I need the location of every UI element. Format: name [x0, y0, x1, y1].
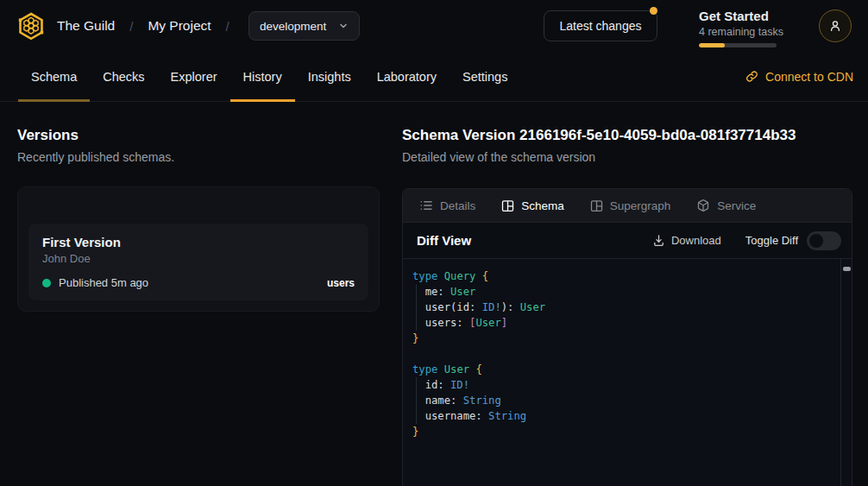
detail-tab-list: Details Schema Sup: [403, 189, 852, 222]
breadcrumb-separator: /: [129, 19, 133, 34]
versions-panel: Versions Recently published schemas. Fir…: [17, 102, 380, 312]
get-started-progress-fill: [699, 43, 725, 47]
code-vertical-scrollbar[interactable]: [840, 259, 852, 486]
person-icon: [828, 19, 842, 33]
version-status: Published 5m ago: [59, 276, 148, 289]
code-line: users: [User]: [412, 315, 831, 331]
connect-to-cdn-label: Connect to CDN: [765, 70, 853, 84]
breadcrumb-org[interactable]: The Guild: [57, 18, 115, 34]
versions-title: Versions: [17, 127, 380, 144]
detail-tab-schema[interactable]: Schema: [488, 189, 577, 222]
schema-version-detail-panel: Schema Version 2166196f-5e10-4059-bd0a-0…: [402, 102, 852, 486]
code-line: username: String: [412, 408, 831, 424]
detail-tab-details[interactable]: Details: [406, 189, 488, 222]
download-button[interactable]: Download: [652, 234, 721, 247]
hive-honeycomb-logo[interactable]: [16, 11, 46, 41]
versions-list-card: First Version John Doe Published 5m ago …: [17, 186, 380, 312]
code-line: }: [412, 424, 831, 439]
nav-tab-history[interactable]: History: [230, 52, 295, 101]
nav-tab-list: Schema Checks Explorer History Insights …: [0, 52, 868, 101]
nav-tab-schema[interactable]: Schema: [18, 52, 90, 101]
toggle-diff-label: Toggle Diff: [745, 234, 798, 247]
code-line: name: String: [412, 393, 831, 408]
cube-icon: [696, 199, 710, 212]
version-list-item[interactable]: First Version John Doe Published 5m ago …: [28, 224, 368, 300]
service-badge: users: [327, 277, 355, 289]
toggle-diff-switch[interactable]: [807, 231, 841, 250]
page-content: Versions Recently published schemas. Fir…: [0, 102, 868, 486]
code-line: me: User: [412, 284, 831, 300]
user-avatar-button[interactable]: [819, 9, 852, 42]
nav-tab-checks[interactable]: Checks: [90, 52, 157, 101]
download-icon: [652, 234, 665, 247]
get-started-subtitle: 4 remaining tasks: [699, 26, 778, 38]
schema-detail-card: Details Schema Sup: [402, 188, 852, 486]
link-icon: [745, 70, 758, 83]
list-icon: [419, 199, 433, 212]
versions-subtitle: Recently published schemas.: [17, 150, 380, 164]
schema-version-subtitle: Detailed view of the schema version: [402, 150, 852, 164]
code-line: id: ID!: [412, 377, 831, 393]
nav-tab-laboratory[interactable]: Laboratory: [364, 52, 450, 101]
code-line: type Query {: [412, 268, 831, 284]
scrollbar-thumb[interactable]: [843, 267, 851, 271]
panels-icon: [501, 199, 514, 212]
download-label: Download: [671, 234, 721, 247]
breadcrumb: The Guild / My Project /: [57, 0, 230, 52]
environment-selected-value: development: [260, 20, 326, 33]
get-started-progress-track: [699, 43, 777, 47]
nav-tab-settings[interactable]: Settings: [450, 52, 520, 101]
schema-code-viewer: type Query { me: User user(id: ID!): Use…: [403, 258, 852, 486]
breadcrumb-separator: /: [226, 19, 230, 34]
diff-view-header: Diff View Download Toggle Diff: [403, 222, 852, 258]
code-line: }: [412, 331, 831, 346]
schema-version-title: Schema Version 2166196f-5e10-4059-bd0a-0…: [402, 127, 852, 144]
diff-controls: Download Toggle Diff: [652, 231, 841, 250]
code-line: type User {: [412, 362, 831, 377]
published-status-dot: [42, 279, 51, 287]
get-started-widget[interactable]: Get Started 4 remaining tasks: [699, 9, 778, 47]
environment-selector[interactable]: development: [248, 11, 360, 41]
detail-tab-service[interactable]: Service: [683, 189, 769, 222]
app-header: The Guild / My Project / development Lat…: [0, 0, 868, 52]
version-meta-row: Published 5m ago users: [42, 276, 355, 289]
code-line: user(id: ID!): User: [412, 300, 831, 315]
get-started-title: Get Started: [699, 9, 778, 23]
chevron-down-icon: [338, 21, 349, 31]
diff-view-title: Diff View: [417, 233, 471, 248]
breadcrumb-project[interactable]: My Project: [148, 18, 211, 34]
notification-dot: [650, 7, 657, 15]
nav-tab-explorer[interactable]: Explorer: [158, 52, 230, 101]
connect-to-cdn-link[interactable]: Connect to CDN: [745, 52, 853, 101]
nav-tab-insights[interactable]: Insights: [295, 52, 364, 101]
panels-icon: [590, 199, 603, 212]
version-name: First Version: [42, 235, 355, 249]
latest-changes-button[interactable]: Latest changes: [544, 10, 657, 41]
detail-tab-supergraph[interactable]: Supergraph: [577, 189, 684, 222]
switch-knob: [809, 234, 823, 248]
code-block: type Query { me: User user(id: ID!): Use…: [403, 259, 852, 449]
code-line: [412, 346, 831, 362]
target-nav: Schema Checks Explorer History Insights …: [0, 52, 868, 102]
version-author: John Doe: [42, 252, 355, 265]
